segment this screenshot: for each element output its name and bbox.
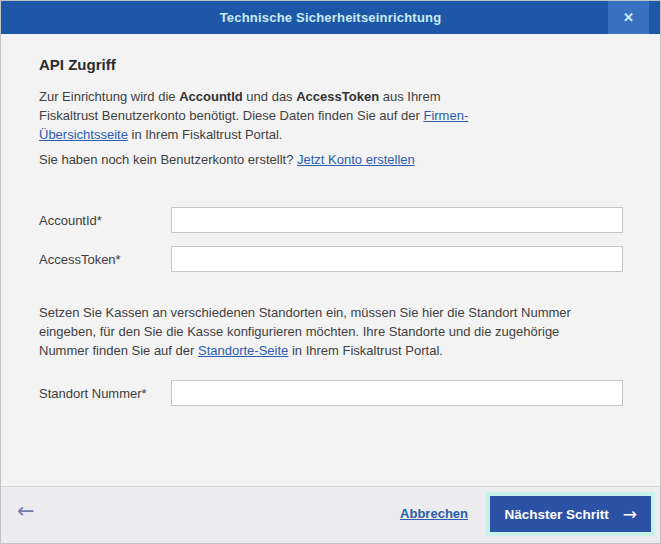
right-arrow-icon: → xyxy=(623,506,637,523)
back-button[interactable]: ← xyxy=(17,501,35,522)
close-icon: ✕ xyxy=(623,11,634,24)
accountid-row: AccountId* xyxy=(1,207,661,233)
standort-nummer-input[interactable] xyxy=(171,380,623,406)
signup-text: Sie haben noch kein Benutzerkonto erstel… xyxy=(39,150,559,169)
intro-text: Zur Einrichtung wird die AccountId und d… xyxy=(39,87,501,144)
create-account-link[interactable]: Jetzt Konto erstellen xyxy=(297,152,415,167)
standort-part2: in Ihrem Fiskaltrust Portal. xyxy=(288,343,443,358)
signup-question: Sie haben noch kein Benutzerkonto erstel… xyxy=(39,152,297,167)
dialog-titlebar: Technische Sicherheitseinrichtung ✕ xyxy=(1,1,660,34)
back-arrow-icon: ← xyxy=(17,499,35,523)
dialog-content: API Zugriff Zur Einrichtung wird die Acc… xyxy=(1,34,660,486)
standort-note-text: Setzen Sie Kassen an verschiedenen Stand… xyxy=(39,303,599,360)
cancel-button[interactable]: Abbrechen xyxy=(400,506,468,521)
accountid-label: AccountId* xyxy=(39,213,102,228)
accesstoken-label: AccessToken* xyxy=(39,252,121,267)
standorte-seite-link[interactable]: Standorte-Seite xyxy=(198,343,288,358)
accesstoken-input[interactable] xyxy=(171,246,623,272)
dialog-footer: ← Abbrechen Nächster Schritt → xyxy=(1,486,660,543)
standort-nummer-row: Standort Nummer* xyxy=(1,380,661,406)
next-step-button[interactable]: Nächster Schritt → xyxy=(490,496,651,532)
intro-part2: und das xyxy=(243,89,297,104)
page-title: API Zugriff xyxy=(39,56,116,73)
standort-nummer-label: Standort Nummer* xyxy=(39,386,147,401)
accountid-term: AccountId xyxy=(179,89,243,104)
close-button[interactable]: ✕ xyxy=(608,1,649,34)
accesstoken-term: AccessToken xyxy=(296,89,379,104)
intro-part1: Zur Einrichtung wird die xyxy=(39,89,179,104)
accountid-input[interactable] xyxy=(171,207,623,233)
intro-part4: in Ihrem Fiskaltrust Portal. xyxy=(128,127,283,142)
next-step-label: Nächster Schritt xyxy=(504,507,608,522)
dialog-title: Technische Sicherheitseinrichtung xyxy=(220,10,442,25)
accesstoken-row: AccessToken* xyxy=(1,246,661,272)
tse-setup-dialog: Technische Sicherheitseinrichtung ✕ API … xyxy=(0,0,661,544)
